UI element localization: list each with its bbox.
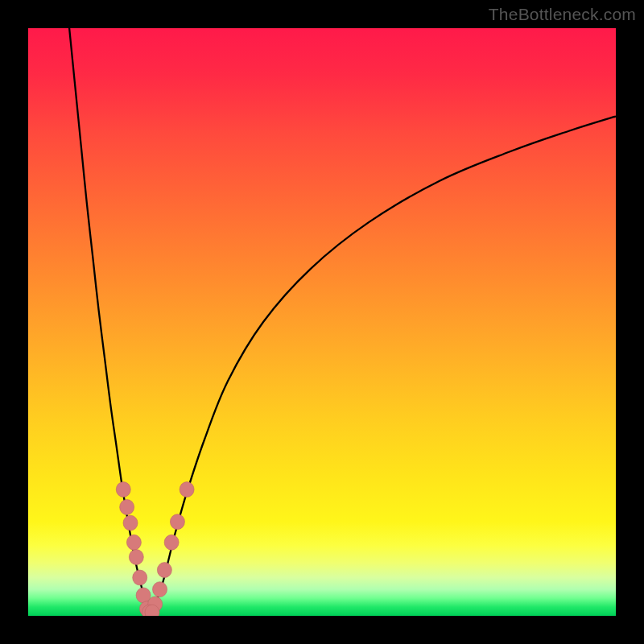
marker-right-1 [153, 582, 167, 597]
plot-area [28, 28, 616, 616]
marker-left-5 [133, 570, 147, 585]
curve-right-branch [151, 117, 616, 613]
marker-layer [116, 482, 194, 616]
chart-svg [28, 28, 616, 616]
marker-right-2 [157, 563, 171, 578]
marker-left-3 [126, 535, 141, 550]
watermark-text: TheBottleneck.com [489, 5, 636, 24]
chart-frame: TheBottleneck.com [0, 0, 644, 644]
marker-left-1 [120, 500, 134, 515]
marker-left-2 [123, 515, 138, 530]
marker-right-3 [164, 535, 179, 550]
marker-left-4 [129, 550, 143, 565]
marker-right-5 [180, 482, 194, 497]
curve-layer [69, 28, 616, 613]
marker-right-4 [170, 514, 184, 530]
marker-left-0 [116, 482, 130, 497]
